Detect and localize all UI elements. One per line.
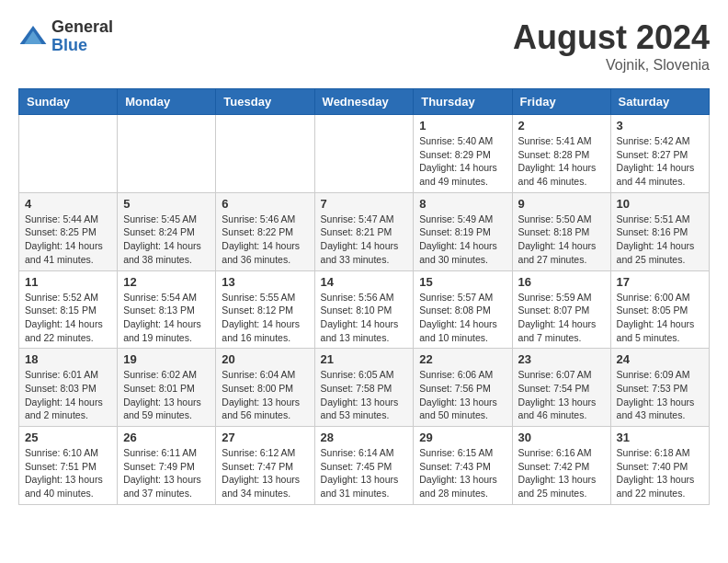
calendar-cell: 1Sunrise: 5:40 AM Sunset: 8:29 PM Daylig… <box>414 115 512 193</box>
calendar-table: SundayMondayTuesdayWednesdayThursdayFrid… <box>18 88 710 505</box>
calendar-cell: 14Sunrise: 5:56 AM Sunset: 8:10 PM Dayli… <box>314 270 414 349</box>
logo-general-text: General <box>51 18 113 37</box>
day-header-wednesday: Wednesday <box>314 89 414 115</box>
calendar-cell: 15Sunrise: 5:57 AM Sunset: 8:08 PM Dayli… <box>414 270 512 349</box>
calendar-cell: 31Sunrise: 6:18 AM Sunset: 7:40 PM Dayli… <box>610 427 709 505</box>
calendar-cell: 21Sunrise: 6:05 AM Sunset: 7:58 PM Dayli… <box>314 349 414 427</box>
day-number: 1 <box>419 119 506 132</box>
day-info: Sunrise: 6:07 AM Sunset: 7:54 PM Dayligh… <box>518 368 605 422</box>
week-row-2: 4Sunrise: 5:44 AM Sunset: 8:25 PM Daylig… <box>19 192 710 270</box>
logo-blue-text: Blue <box>51 37 113 55</box>
page-header: General Blue August 2024 Vojnik, Sloveni… <box>18 18 710 74</box>
header-row: SundayMondayTuesdayWednesdayThursdayFrid… <box>19 89 710 115</box>
day-header-friday: Friday <box>512 89 610 115</box>
calendar-cell: 8Sunrise: 5:49 AM Sunset: 8:19 PM Daylig… <box>414 192 512 270</box>
calendar-body: 1Sunrise: 5:40 AM Sunset: 8:29 PM Daylig… <box>19 115 710 505</box>
day-info: Sunrise: 6:16 AM Sunset: 7:42 PM Dayligh… <box>518 446 605 500</box>
day-info: Sunrise: 5:52 AM Sunset: 8:15 PM Dayligh… <box>25 291 111 345</box>
calendar-cell: 20Sunrise: 6:04 AM Sunset: 8:00 PM Dayli… <box>216 349 314 427</box>
week-row-4: 18Sunrise: 6:01 AM Sunset: 8:03 PM Dayli… <box>19 349 710 427</box>
day-info: Sunrise: 5:40 AM Sunset: 8:29 PM Dayligh… <box>419 134 506 189</box>
day-info: Sunrise: 6:05 AM Sunset: 7:58 PM Dayligh… <box>321 368 408 422</box>
day-info: Sunrise: 6:15 AM Sunset: 7:43 PM Dayligh… <box>419 446 506 500</box>
logo-icon <box>18 22 48 52</box>
day-info: Sunrise: 6:10 AM Sunset: 7:51 PM Dayligh… <box>25 446 111 500</box>
calendar-cell: 28Sunrise: 6:14 AM Sunset: 7:45 PM Dayli… <box>314 427 414 505</box>
day-number: 9 <box>518 197 605 211</box>
day-number: 13 <box>222 275 308 289</box>
day-info: Sunrise: 5:57 AM Sunset: 8:08 PM Dayligh… <box>419 291 506 345</box>
day-number: 5 <box>123 197 210 211</box>
calendar-cell: 5Sunrise: 5:45 AM Sunset: 8:24 PM Daylig… <box>118 192 216 270</box>
calendar-cell: 26Sunrise: 6:11 AM Sunset: 7:49 PM Dayli… <box>118 427 216 505</box>
calendar-cell: 25Sunrise: 6:10 AM Sunset: 7:51 PM Dayli… <box>19 427 118 505</box>
day-info: Sunrise: 5:42 AM Sunset: 8:27 PM Dayligh… <box>617 134 703 189</box>
day-number: 19 <box>123 352 210 366</box>
day-info: Sunrise: 6:12 AM Sunset: 7:47 PM Dayligh… <box>222 446 308 500</box>
day-info: Sunrise: 5:45 AM Sunset: 8:24 PM Dayligh… <box>123 213 210 267</box>
calendar-cell: 3Sunrise: 5:42 AM Sunset: 8:27 PM Daylig… <box>610 115 709 193</box>
calendar-cell: 6Sunrise: 5:46 AM Sunset: 8:22 PM Daylig… <box>216 192 314 270</box>
day-number: 2 <box>518 119 605 132</box>
day-number: 23 <box>518 352 605 366</box>
calendar-cell: 22Sunrise: 6:06 AM Sunset: 7:56 PM Dayli… <box>414 349 512 427</box>
day-info: Sunrise: 6:04 AM Sunset: 8:00 PM Dayligh… <box>222 368 308 422</box>
day-header-tuesday: Tuesday <box>216 89 314 115</box>
calendar-cell: 4Sunrise: 5:44 AM Sunset: 8:25 PM Daylig… <box>19 192 118 270</box>
day-number: 6 <box>222 197 308 211</box>
day-info: Sunrise: 6:09 AM Sunset: 7:53 PM Dayligh… <box>617 368 703 422</box>
day-number: 10 <box>617 197 703 211</box>
calendar-cell: 30Sunrise: 6:16 AM Sunset: 7:42 PM Dayli… <box>512 427 610 505</box>
day-number: 7 <box>321 197 408 211</box>
logo: General Blue <box>18 18 113 55</box>
calendar-cell: 19Sunrise: 6:02 AM Sunset: 8:01 PM Dayli… <box>118 349 216 427</box>
day-number: 12 <box>123 275 210 289</box>
day-info: Sunrise: 5:56 AM Sunset: 8:10 PM Dayligh… <box>321 291 408 345</box>
day-number: 4 <box>25 197 111 211</box>
day-header-sunday: Sunday <box>19 89 118 115</box>
day-info: Sunrise: 5:44 AM Sunset: 8:25 PM Dayligh… <box>25 213 111 267</box>
day-info: Sunrise: 5:55 AM Sunset: 8:12 PM Dayligh… <box>222 291 308 345</box>
calendar-cell: 7Sunrise: 5:47 AM Sunset: 8:21 PM Daylig… <box>314 192 414 270</box>
day-info: Sunrise: 6:18 AM Sunset: 7:40 PM Dayligh… <box>617 446 703 500</box>
week-row-3: 11Sunrise: 5:52 AM Sunset: 8:15 PM Dayli… <box>19 270 710 349</box>
week-row-1: 1Sunrise: 5:40 AM Sunset: 8:29 PM Daylig… <box>19 115 710 193</box>
calendar-cell: 27Sunrise: 6:12 AM Sunset: 7:47 PM Dayli… <box>216 427 314 505</box>
day-info: Sunrise: 6:14 AM Sunset: 7:45 PM Dayligh… <box>321 446 408 500</box>
calendar-cell: 2Sunrise: 5:41 AM Sunset: 8:28 PM Daylig… <box>512 115 610 193</box>
day-number: 8 <box>419 197 506 211</box>
day-info: Sunrise: 6:01 AM Sunset: 8:03 PM Dayligh… <box>25 368 111 422</box>
day-info: Sunrise: 5:41 AM Sunset: 8:28 PM Dayligh… <box>518 134 605 189</box>
day-number: 11 <box>25 275 111 289</box>
calendar-cell: 9Sunrise: 5:50 AM Sunset: 8:18 PM Daylig… <box>512 192 610 270</box>
day-number: 14 <box>321 275 408 289</box>
calendar-cell: 12Sunrise: 5:54 AM Sunset: 8:13 PM Dayli… <box>118 270 216 349</box>
day-info: Sunrise: 6:11 AM Sunset: 7:49 PM Dayligh… <box>123 446 210 500</box>
week-row-5: 25Sunrise: 6:10 AM Sunset: 7:51 PM Dayli… <box>19 427 710 505</box>
calendar-cell <box>216 115 314 193</box>
day-number: 28 <box>321 431 408 444</box>
day-info: Sunrise: 5:59 AM Sunset: 8:07 PM Dayligh… <box>518 291 605 345</box>
calendar-cell: 10Sunrise: 5:51 AM Sunset: 8:16 PM Dayli… <box>610 192 709 270</box>
day-info: Sunrise: 5:49 AM Sunset: 8:19 PM Dayligh… <box>419 213 506 267</box>
day-header-thursday: Thursday <box>414 89 512 115</box>
calendar-cell <box>314 115 414 193</box>
day-info: Sunrise: 5:50 AM Sunset: 8:18 PM Dayligh… <box>518 213 605 267</box>
calendar-cell: 11Sunrise: 5:52 AM Sunset: 8:15 PM Dayli… <box>19 270 118 349</box>
calendar-cell: 29Sunrise: 6:15 AM Sunset: 7:43 PM Dayli… <box>414 427 512 505</box>
day-number: 21 <box>321 352 408 366</box>
day-number: 27 <box>222 431 308 444</box>
day-number: 18 <box>25 352 111 366</box>
day-number: 25 <box>25 431 111 444</box>
day-info: Sunrise: 6:02 AM Sunset: 8:01 PM Dayligh… <box>123 368 210 422</box>
day-info: Sunrise: 6:06 AM Sunset: 7:56 PM Dayligh… <box>419 368 506 422</box>
day-info: Sunrise: 6:00 AM Sunset: 8:05 PM Dayligh… <box>617 291 703 345</box>
day-header-saturday: Saturday <box>610 89 709 115</box>
day-number: 3 <box>617 119 703 132</box>
title-block: August 2024 Vojnik, Slovenia <box>513 18 710 74</box>
day-number: 15 <box>419 275 506 289</box>
day-info: Sunrise: 5:47 AM Sunset: 8:21 PM Dayligh… <box>321 213 408 267</box>
calendar-cell: 16Sunrise: 5:59 AM Sunset: 8:07 PM Dayli… <box>512 270 610 349</box>
day-number: 29 <box>419 431 506 444</box>
day-number: 31 <box>617 431 703 444</box>
